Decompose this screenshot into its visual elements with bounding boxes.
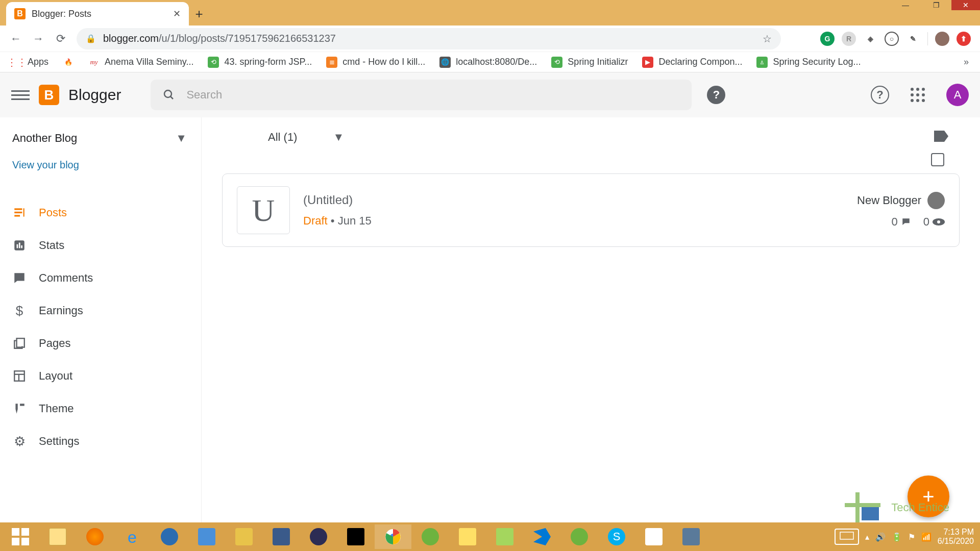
start-button[interactable] [2, 524, 39, 549]
bookmark-item[interactable]: ▶Declaring Compon... [642, 57, 742, 68]
account-avatar[interactable]: A [946, 84, 969, 106]
taskbar-app-ie[interactable]: e [114, 524, 151, 549]
sidebar-item-theme[interactable]: Theme [0, 392, 201, 425]
bookmark-item[interactable]: ≣cmd - How do I kill... [326, 57, 425, 68]
profile-avatar[interactable] [935, 32, 949, 46]
svg-rect-23 [21, 538, 29, 545]
view-blog-link[interactable]: View your blog [0, 150, 201, 180]
sidebar-item-stats[interactable]: Stats [0, 229, 201, 262]
menu-button[interactable] [11, 86, 30, 104]
taskbar-app-spring[interactable] [561, 524, 598, 549]
address-bar[interactable]: 🔒 blogger.com/u/1/blog/posts/71951759621… [77, 28, 781, 49]
extension-icon[interactable]: ○ [885, 32, 899, 46]
bookmark-item[interactable]: ⍋Spring Security Log... [756, 57, 861, 68]
bookmarks-overflow[interactable]: » [964, 57, 969, 67]
bookmark-item[interactable]: ⋮⋮Apps [11, 57, 48, 68]
taskbar-app[interactable] [188, 524, 225, 549]
theme-icon [12, 402, 27, 416]
tab-favicon: B [14, 8, 26, 19]
bookmark-item[interactable]: 🔥 [63, 57, 74, 68]
sidebar-item-layout[interactable]: Layout [0, 360, 201, 392]
back-button[interactable]: ← [9, 32, 22, 45]
taskbar-app[interactable] [263, 524, 300, 549]
browser-titlebar: B Blogger: Posts ✕ + — ❐ ✕ [0, 0, 980, 26]
flag-icon[interactable]: ⚑ [908, 532, 915, 542]
new-tab-button[interactable]: + [189, 2, 209, 26]
help-icon[interactable]: ? [707, 86, 725, 104]
extension-icon[interactable]: G [820, 32, 835, 46]
help-icon[interactable]: ? [871, 86, 889, 104]
sidebar-item-earnings[interactable]: $ Earnings [0, 294, 201, 327]
bookmark-item[interactable]: myAnema Villa Seminy... [88, 57, 193, 68]
url-path: /u/1/blog/posts/7195175962166531237 [159, 33, 336, 44]
eyedropper-icon[interactable]: ✎ [906, 32, 920, 46]
taskbar-app-terminal[interactable] [337, 524, 374, 549]
extension-icon[interactable]: R [842, 32, 856, 46]
sidebar-item-settings[interactable]: ⚙ Settings [0, 425, 201, 458]
label-icon[interactable] [934, 131, 948, 144]
post-status: Draft [303, 214, 328, 227]
sidebar-item-label: Settings [39, 435, 80, 448]
post-meta: Draft • Jun 15 [303, 214, 372, 228]
blog-selector[interactable]: Another Blog ▼ [0, 127, 201, 150]
posts-filter[interactable]: All (1) ▼ [268, 131, 344, 144]
taskbar-app-file-explorer[interactable] [39, 524, 76, 549]
window-minimize-button[interactable]: — [890, 0, 921, 10]
reload-button[interactable]: ⟳ [54, 32, 67, 45]
sidebar: Another Blog ▼ View your blog Posts Stat… [0, 117, 202, 522]
bookmark-star-icon[interactable]: ☆ [763, 33, 772, 45]
taskbar-app-notes[interactable] [449, 524, 486, 549]
divider [927, 32, 928, 45]
extension-tray: G R ◈ ○ ✎ ⬆ [820, 32, 971, 46]
taskbar-app-chrome[interactable] [375, 524, 411, 549]
search-placeholder: Search [186, 88, 222, 102]
earnings-icon: $ [12, 304, 27, 318]
taskbar-app[interactable] [673, 524, 709, 549]
post-row[interactable]: U (Untitled) Draft • Jun 15 New Blogger … [222, 173, 960, 247]
taskbar-app[interactable] [226, 524, 262, 549]
comments-icon [12, 271, 27, 285]
bookmark-item[interactable]: ⟲Spring Initializr [551, 57, 628, 68]
forward-button[interactable]: → [32, 32, 45, 45]
browser-toolbar: ← → ⟳ 🔒 blogger.com/u/1/blog/posts/71951… [0, 26, 980, 52]
bookmark-item[interactable]: ⟲43. spring-form JSP... [208, 57, 312, 68]
google-apps-icon[interactable] [911, 88, 925, 102]
close-tab-icon[interactable]: ✕ [173, 8, 181, 19]
browser-tab[interactable]: B Blogger: Posts ✕ [6, 2, 189, 26]
volume-icon[interactable]: 🔊 [875, 532, 886, 542]
wifi-icon[interactable]: 📶 [921, 532, 932, 542]
stats-icon [12, 238, 27, 253]
clock[interactable]: 7:13 PM 6/15/2020 [938, 528, 974, 546]
bookmark-item[interactable]: 🌐localhost:8080/De... [439, 57, 537, 68]
taskbar-app-notepadpp[interactable] [486, 524, 523, 549]
taskbar-app-thunderbird[interactable] [151, 524, 188, 549]
tray-chevron-icon[interactable]: ▴ [865, 532, 869, 542]
select-all-checkbox[interactable] [931, 153, 944, 166]
sidebar-item-posts[interactable]: Posts [0, 196, 201, 229]
taskbar-app-firefox[interactable] [77, 524, 113, 549]
sidebar-item-label: Layout [39, 369, 72, 383]
sidebar-item-pages[interactable]: Pages [0, 327, 201, 360]
battery-icon[interactable]: 🔋 [892, 532, 902, 542]
posts-icon [12, 206, 27, 220]
svg-line-1 [170, 96, 173, 99]
sidebar-item-label: Comments [39, 271, 93, 285]
window-close-button[interactable]: ✕ [951, 0, 980, 10]
blog-name: Another Blog [12, 132, 77, 145]
search-input[interactable]: Search [151, 80, 692, 110]
taskbar-app-skype[interactable]: S [598, 524, 635, 549]
taskbar-app-eclipse[interactable] [300, 524, 337, 549]
sidebar-item-label: Pages [39, 337, 70, 350]
extension-icon[interactable]: ⬆ [957, 32, 971, 46]
taskbar-app-vscode[interactable] [524, 524, 560, 549]
window-maximize-button[interactable]: ❐ [921, 0, 951, 10]
keyboard-icon[interactable] [835, 529, 859, 545]
sidebar-item-comments[interactable]: Comments [0, 262, 201, 294]
taskbar-app-paint[interactable] [635, 524, 672, 549]
bookmarks-bar: ⋮⋮Apps 🔥 myAnema Villa Seminy... ⟲43. sp… [0, 52, 980, 72]
extension-icon[interactable]: ◈ [863, 32, 877, 46]
lock-icon: 🔒 [86, 34, 96, 43]
comment-count: 0 [892, 215, 911, 229]
svg-rect-5 [23, 208, 24, 216]
taskbar-app-spring[interactable] [412, 524, 449, 549]
